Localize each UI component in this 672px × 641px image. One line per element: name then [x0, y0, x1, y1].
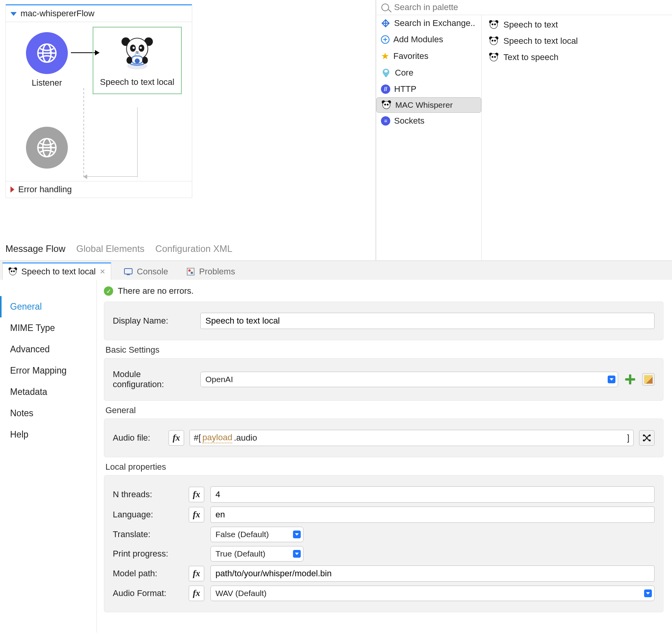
dataweave-button[interactable]	[639, 430, 655, 446]
bottom-tab-label: Console	[137, 267, 168, 277]
connector-vert-icon	[137, 107, 138, 177]
collapse-caret-icon[interactable]	[10, 12, 17, 16]
audio-file-label: Audio file:	[113, 433, 163, 443]
module-config-select[interactable]: OpenAI	[200, 372, 618, 387]
op-speech-to-text-local[interactable]: Speech to text local	[482, 33, 672, 49]
nav-help[interactable]: Help	[0, 424, 96, 445]
bottom-tab-stt-local[interactable]: Speech to text local ✕	[2, 262, 111, 280]
add-config-button[interactable]	[624, 374, 636, 385]
expand-caret-icon[interactable]	[10, 186, 14, 193]
svg-point-10	[140, 47, 142, 49]
bottom-tab-label: Speech to text local	[21, 267, 96, 277]
svg-point-15	[126, 57, 132, 64]
svg-point-50	[191, 272, 193, 274]
svg-point-24	[384, 104, 386, 106]
sockets-icon: ≡	[381, 116, 390, 126]
nav-advanced[interactable]: Advanced	[0, 339, 96, 360]
print-progress-select[interactable]: True (Default)	[210, 546, 303, 562]
svg-point-43	[9, 268, 16, 275]
problems-icon	[186, 267, 195, 276]
svg-point-38	[490, 53, 498, 61]
module-config-value: OpenAI	[205, 375, 233, 384]
language-label: Language:	[113, 510, 183, 520]
basic-settings-title: Basic Settings	[105, 345, 662, 355]
error-placeholder-node[interactable]	[8, 127, 86, 169]
audio-format-select[interactable]: WAV (Default)	[210, 586, 655, 601]
plus-circle-icon	[381, 35, 389, 44]
op-speech-to-text[interactable]: Speech to text	[482, 17, 672, 33]
ok-icon: ✓	[104, 286, 113, 296]
speech-to-text-local-node[interactable]: Speech to text local	[93, 27, 182, 94]
palette-cat-label: Sockets	[394, 116, 424, 126]
editor-tabs: Message Flow Global Elements Configurati…	[5, 241, 233, 257]
palette-search-row	[376, 0, 672, 15]
palette-cat-search-exchange[interactable]: Search in Exchange..	[376, 15, 481, 31]
fx-button[interactable]: fx	[189, 487, 204, 502]
flow-card: mac-whispererFlow Li	[5, 4, 192, 198]
fx-button[interactable]: fx	[169, 430, 184, 446]
globe-icon	[36, 42, 58, 64]
tab-configuration-xml[interactable]: Configuration XML	[155, 241, 233, 257]
nav-notes[interactable]: Notes	[0, 403, 96, 424]
nav-general[interactable]: General	[0, 296, 96, 317]
properties-panel: General MIME Type Advanced Error Mapping…	[0, 280, 672, 632]
panda-mini-icon	[8, 267, 17, 276]
n-threads-label: N threads:	[113, 489, 183, 500]
properties-side-nav: General MIME Type Advanced Error Mapping…	[0, 280, 97, 632]
palette-cat-label: Core	[395, 68, 414, 78]
fx-button[interactable]: fx	[189, 586, 204, 601]
palette-cat-label: HTTP	[394, 84, 416, 94]
palette-cat-http[interactable]: // HTTP	[376, 81, 481, 97]
op-text-to-speech[interactable]: Text to speech	[482, 49, 672, 65]
op-label: Text to speech	[503, 52, 558, 62]
error-handling-section[interactable]: Error handling	[6, 181, 192, 198]
tab-message-flow[interactable]: Message Flow	[5, 241, 65, 257]
tab-global-elements[interactable]: Global Elements	[76, 241, 145, 257]
fx-button[interactable]: fx	[189, 566, 204, 581]
palette-cat-mac-whisperer[interactable]: MAC Whisperer	[376, 97, 481, 113]
error-handling-label: Error handling	[18, 184, 72, 195]
http-icon: //	[381, 84, 390, 94]
chevron-down-icon	[644, 589, 652, 597]
palette-cat-core[interactable]: Core	[376, 65, 481, 81]
svg-point-35	[494, 40, 496, 42]
model-path-input[interactable]	[210, 565, 655, 582]
svg-point-14	[135, 59, 140, 64]
chevron-down-icon	[608, 376, 615, 383]
listener-node[interactable]: Listener	[8, 32, 86, 88]
svg-point-20	[384, 70, 388, 72]
palette-search-input[interactable]	[394, 2, 668, 12]
display-name-input[interactable]	[200, 313, 655, 329]
nav-mime-type[interactable]: MIME Type	[0, 317, 96, 339]
palette-cat-favorites[interactable]: ★ Favorites	[376, 48, 481, 65]
svg-point-40	[494, 56, 496, 58]
svg-point-45	[13, 271, 15, 272]
expr-prefix: #[	[194, 433, 201, 443]
svg-point-39	[491, 56, 493, 58]
close-icon[interactable]: ✕	[100, 267, 105, 276]
palette-cat-label: MAC Whisperer	[395, 100, 453, 110]
flow-canvas[interactable]: mac-whispererFlow Li	[0, 0, 376, 260]
fx-button[interactable]: fx	[189, 507, 204, 522]
status-text: There are no errors.	[118, 286, 194, 296]
stt-local-label: Speech to text local	[97, 77, 177, 87]
listener-label: Listener	[8, 78, 86, 88]
svg-point-25	[387, 104, 389, 106]
nav-error-mapping[interactable]: Error Mapping	[0, 360, 96, 381]
edit-config-button[interactable]	[642, 373, 655, 386]
nav-metadata[interactable]: Metadata	[0, 381, 96, 403]
palette-cat-add-modules[interactable]: Add Modules	[376, 31, 481, 48]
flow-header[interactable]: mac-whispererFlow	[6, 4, 192, 22]
language-input[interactable]	[210, 507, 655, 523]
expr-end: ]	[627, 433, 629, 443]
bottom-tab-problems[interactable]: Problems	[181, 264, 241, 280]
bottom-tab-console[interactable]: Console	[118, 264, 174, 280]
dataweave-icon	[642, 433, 652, 443]
translate-select[interactable]: False (Default)	[210, 527, 303, 542]
expr-token: payload	[202, 433, 232, 443]
audio-file-expression-input[interactable]: #[ payload .audio ]	[190, 430, 634, 446]
audio-format-value: WAV (Default)	[215, 589, 267, 598]
n-threads-input[interactable]	[210, 486, 655, 503]
palette-cat-sockets[interactable]: ≡ Sockets	[376, 113, 481, 129]
model-path-label: Model path:	[113, 569, 183, 579]
